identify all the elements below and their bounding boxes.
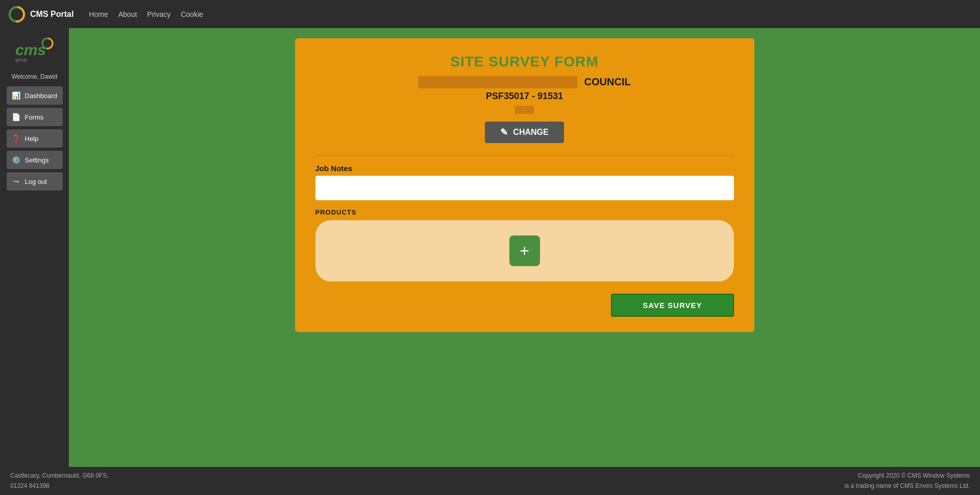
survey-form-card: SITE SURVEY FORM ██████████████████████ … [295, 38, 754, 332]
council-label: COUNCIL [584, 76, 631, 87]
sidebar-logo: cms group [14, 36, 55, 66]
form-divider [315, 155, 734, 156]
nav-privacy[interactable]: Privacy [147, 10, 170, 18]
save-survey-button[interactable]: SAVE SURVEY [611, 294, 733, 317]
main-layout: cms group Welcome, Dawid 📊 Dashboard 📄 F… [0, 28, 980, 467]
products-area: + [315, 220, 734, 281]
logout-icon: ↪ [12, 177, 21, 186]
brand-name: CMS Portal [30, 10, 74, 19]
edit-icon: ✎ [500, 127, 508, 138]
settings-icon: ⚙️ [12, 155, 21, 164]
footer-copyright: Copyright 2020 © CMS Window Systems is a… [845, 471, 970, 490]
nav-home[interactable]: Home [89, 10, 108, 18]
svg-text:cms: cms [15, 41, 46, 58]
dashboard-icon: 📊 [12, 91, 21, 100]
change-button[interactable]: ✎ CHANGE [485, 122, 564, 143]
nav-about[interactable]: About [118, 10, 137, 18]
logout-button[interactable]: ↪ Log out [7, 172, 63, 191]
footer-address: Castlecary, Cumbernauld, G68 0FS, 01324 … [10, 471, 109, 490]
save-row: SAVE SURVEY [315, 294, 734, 317]
products-label: PRODUCTS [315, 208, 734, 216]
redacted-council-prefix: ██████████████████████ [418, 76, 577, 88]
settings-button[interactable]: ⚙️ Settings [7, 151, 63, 169]
cms-group-logo-icon: cms group [14, 36, 55, 64]
job-notes-label: Job Notes [315, 164, 734, 173]
nav-cookie[interactable]: Cookie [181, 10, 203, 18]
cms-logo-icon [8, 5, 26, 23]
welcome-message: Welcome, Dawid [12, 73, 58, 80]
help-icon: ❓ [12, 134, 21, 143]
logo-area: CMS Portal [8, 5, 74, 23]
dashboard-button[interactable]: 📊 Dashboard [7, 86, 63, 105]
job-notes-input[interactable] [315, 176, 734, 200]
form-sub-id: ████ [315, 106, 734, 113]
svg-text:group: group [15, 57, 27, 62]
forms-icon: 📄 [12, 112, 21, 122]
change-button-row: ✎ CHANGE [315, 122, 734, 143]
sidebar: cms group Welcome, Dawid 📊 Dashboard 📄 F… [0, 28, 69, 467]
help-button[interactable]: ❓ Help [7, 129, 63, 148]
council-name-row: ██████████████████████ COUNCIL [315, 76, 734, 88]
add-product-button[interactable]: + [509, 235, 540, 266]
top-navigation: CMS Portal Home About Privacy Cookie [0, 0, 980, 28]
content-area: SITE SURVEY FORM ██████████████████████ … [69, 28, 980, 467]
page-footer: Castlecary, Cumbernauld, G68 0FS, 01324 … [0, 467, 980, 495]
form-id-display: PSF35017 - 91531 [315, 91, 734, 102]
form-title: SITE SURVEY FORM [315, 54, 734, 70]
plus-icon: + [520, 242, 529, 261]
forms-button[interactable]: 📄 Forms [7, 108, 63, 126]
nav-links: Home About Privacy Cookie [89, 10, 203, 18]
